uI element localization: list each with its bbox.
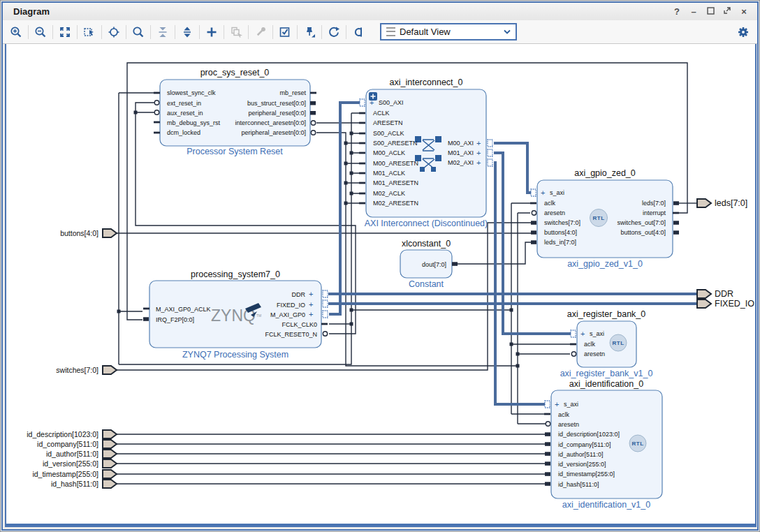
svg-text:interrupt: interrupt [643,209,666,216]
svg-text:S00_AXI: S00_AXI [379,99,404,106]
svg-text:+: + [309,290,313,298]
svg-text:peripheral_aresetn[0:0]: peripheral_aresetn[0:0] [241,129,306,136]
svg-text:+: + [476,158,481,167]
external-port-label: id_author[511:0] [46,450,98,458]
svg-text:mb_reset: mb_reset [279,89,306,96]
svg-text:ext_reset_in: ext_reset_in [167,100,201,107]
external-port-label: id_company[511:0] [37,440,98,448]
block-title[interactable]: axi_identification_0 [569,379,643,389]
svg-text:aclk: aclk [544,200,556,207]
svg-text:+: + [555,400,559,408]
svg-text:interconnect_aresetn[0:0]: interconnect_aresetn[0:0] [235,119,306,126]
block-proc-sys-reset[interactable]: proc_sys_reset_0 Processor System Reset … [154,68,316,156]
svg-text:M_AXI_GP0_ACLK: M_AXI_GP0_ACLK [156,306,211,313]
svg-text:M01_AXI: M01_AXI [448,149,474,156]
external-port-label: buttons[4:0] [60,229,98,237]
zynq-logo: ZYNQ TM [211,303,261,325]
block-title[interactable]: axi_register_bank_0 [567,309,646,319]
svg-text:+: + [309,300,313,309]
block-axi-gpio-zed[interactable]: axi_gpio_zed_0 axi_gpio_zed_v1_0 RTL + s… [530,168,679,269]
diagram-window: Diagram ? – × Default View [0,0,760,532]
block-title[interactable]: axi_interconnect_0 [390,77,463,87]
external-port-label: leds[7:0] [715,198,747,208]
svg-text:ACLK: ACLK [373,110,390,117]
block-axi-register-bank[interactable]: axi_register_bank_0 axi_register_bank_v1… [560,309,653,378]
svg-text:FCLK_RESET0_N: FCLK_RESET0_N [265,331,317,338]
block-type-label: Constant [409,279,444,289]
svg-text:id_description[1023:0]: id_description[1023:0] [558,431,620,438]
external-port-label: FIXED_IO [715,299,754,309]
block-type-label: axi_register_bank_v1_0 [560,369,653,378]
external-port-label: id_version[255:0] [43,459,98,468]
svg-text:RTL: RTL [592,215,604,221]
external-port-label: DDR [715,289,733,299]
svg-text:switches_out[7:0]: switches_out[7:0] [617,219,666,226]
pins [570,330,576,356]
svg-text:id_company[511:0]: id_company[511:0] [558,441,611,448]
external-ports-right[interactable]: leds[7:0] DDR FIXED_IO [697,198,754,309]
svg-text:id_timestamp[255:0]: id_timestamp[255:0] [558,471,615,478]
block-xlconstant[interactable]: xlconstant_0 Constant dout[7:0] [400,239,458,289]
block-type-label: Processor System Reset [187,147,283,156]
block-title[interactable]: axi_gpio_zed_0 [574,168,636,178]
svg-text:M02_AXI: M02_AXI [448,159,474,166]
rtl-badge: RTL [629,435,646,452]
svg-text:aresetn: aresetn [544,209,565,216]
svg-text:M02_ARESETN: M02_ARESETN [373,200,418,207]
svg-text:IRQ_F2P[0:0]: IRQ_F2P[0:0] [156,316,194,323]
svg-text:bus_struct_reset[0:0]: bus_struct_reset[0:0] [247,100,306,107]
svg-text:S00_ACLK: S00_ACLK [373,130,404,137]
svg-text:+: + [309,310,313,318]
external-port-label: id_hash[511:0] [51,480,98,488]
pin [452,262,458,266]
svg-text:aclk: aclk [558,411,570,418]
external-port-label: id_timestamp[255:0] [32,470,98,478]
external-ports-left[interactable]: buttons[4:0] switches[7:0] id_descriptio… [27,229,117,488]
svg-text:DDR: DDR [292,291,306,298]
svg-text:M01_ACLK: M01_ACLK [373,170,405,177]
svg-text:buttons_out[4:0]: buttons_out[4:0] [620,229,666,236]
svg-text:aux_reset_in: aux_reset_in [167,110,203,117]
svg-text:s_axi: s_axi [564,401,578,408]
block-type-label: axi_identification_v1_0 [562,500,651,510]
block-design-diagram[interactable]: proc_sys_reset_0 Processor System Reset … [1,1,760,532]
pins [544,401,550,486]
svg-text:RTL: RTL [631,441,643,447]
svg-text:+: + [476,139,481,147]
svg-text:M01_ARESETN: M01_ARESETN [373,179,418,186]
svg-text:+: + [476,149,481,157]
block-axi-identification[interactable]: axi_identification_0 axi_identification_… [544,379,662,510]
svg-text:+: + [370,98,374,107]
svg-text:M00_AXI: M00_AXI [448,140,474,147]
svg-text:FCLK_CLK0: FCLK_CLK0 [282,321,317,328]
block-axi-interconnect[interactable]: axi_interconnect_0 AXI Interconnect (Dis… [359,77,492,228]
svg-text:+: + [541,189,545,197]
svg-text:switches[7:0]: switches[7:0] [544,219,580,226]
svg-text:TM: TM [256,313,261,318]
svg-text:FIXED_IO: FIXED_IO [277,302,305,309]
external-port-label: switches[7:0] [56,366,98,374]
svg-text:aresetn: aresetn [558,421,579,428]
svg-text:S00_ARESETN: S00_ARESETN [373,140,418,147]
block-type-label: AXI Interconnect (Discontinued) [365,219,488,228]
block-title[interactable]: xlconstant_0 [402,239,451,249]
svg-text:aclk: aclk [584,341,596,348]
svg-text:slowest_sync_clk: slowest_sync_clk [167,89,216,96]
svg-text:M00_ARESETN: M00_ARESETN [373,160,418,167]
rtl-badge: RTL [610,334,627,351]
svg-text:leds_in[7:0]: leds_in[7:0] [544,239,576,246]
svg-text:id_hash[511:0]: id_hash[511:0] [558,481,599,488]
block-processing-system7[interactable]: processing_system7_0 ZYNQ7 Processing Sy… [143,269,328,360]
block-type-label: axi_gpio_zed_v1_0 [567,259,643,269]
svg-text:ARESETN: ARESETN [373,119,403,126]
port-label[interactable]: dout[7:0] [422,261,446,268]
svg-text:+: + [580,330,585,338]
svg-text:aresetn: aresetn [584,350,605,357]
svg-text:id_version[255:0]: id_version[255:0] [558,461,606,468]
svg-text:M_AXI_GP0: M_AXI_GP0 [270,311,305,318]
svg-text:s_axi: s_axi [550,189,564,196]
block-title[interactable]: processing_system7_0 [191,269,280,279]
svg-text:peripheral_reset[0:0]: peripheral_reset[0:0] [248,110,306,117]
svg-text:s_axi: s_axi [590,330,604,337]
block-title[interactable]: proc_sys_reset_0 [200,68,270,77]
